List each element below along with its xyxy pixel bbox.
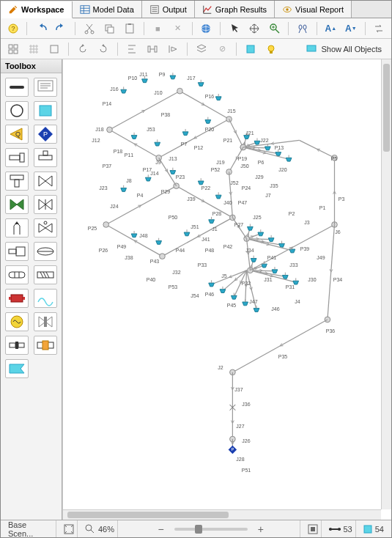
svg-rect-53 [20, 153, 24, 162]
fit-button[interactable] [61, 520, 78, 537]
help-icon[interactable]: ? [5, 21, 21, 37]
diagram-label: J14 [150, 171, 158, 176]
tool-area-change2[interactable] [34, 242, 57, 261]
bulb-icon[interactable] [263, 41, 279, 57]
diagram-label: J36 [242, 402, 250, 407]
undo-button[interactable] [33, 21, 48, 37]
redo-button[interactable] [53, 21, 69, 37]
globe-icon[interactable] [199, 21, 214, 37]
diagram-label: J17 [187, 75, 195, 81]
diagram-label: P29 [161, 189, 170, 194]
copy-button[interactable] [102, 21, 117, 37]
tab-output[interactable]: Output [142, 1, 195, 18]
cut-button[interactable] [81, 21, 97, 37]
svg-rect-52 [10, 155, 20, 160]
diagram-label: P37 [103, 163, 111, 169]
tool-assigned-pressure[interactable]: P [34, 125, 57, 144]
workspace-canvas[interactable]: P J11J16P10P9J17P14J10P16J15J18P11J9P7P2… [63, 59, 381, 509]
toolbar-layout: ⊘ Show All Objects [1, 39, 391, 59]
diagram-label: J23 [99, 185, 107, 191]
tool-dead-end[interactable] [5, 359, 29, 378]
paste-button[interactable] [122, 21, 137, 37]
tool-bend[interactable] [5, 265, 29, 284]
tool-control-valve[interactable] [34, 218, 57, 237]
tool-spray[interactable] [5, 336, 29, 355]
diagram-label: P42 [223, 244, 232, 249]
tool-heat-exchanger[interactable] [5, 312, 29, 331]
svg-rect-34 [14, 50, 18, 54]
align-icon[interactable] [124, 41, 140, 57]
tool-separator[interactable] [34, 336, 57, 355]
font-decrease-icon[interactable]: A▼ [343, 21, 358, 37]
svg-rect-54 [39, 155, 52, 160]
diagram-label: P4 [137, 193, 144, 198]
tab-label: Workspace [21, 5, 64, 14]
svg-point-179 [86, 525, 92, 531]
tab-visual-report[interactable]: Visual Report [275, 1, 352, 18]
highlight-icon[interactable] [243, 41, 259, 57]
tool-annotation[interactable] [34, 78, 57, 97]
zoom-slider[interactable] [174, 528, 248, 531]
tool-screen[interactable] [34, 265, 57, 284]
diagram-label: J15 [227, 108, 235, 114]
layers-icon[interactable] [193, 41, 210, 57]
tool-compressor[interactable] [34, 289, 57, 308]
tool-pipe[interactable] [5, 78, 29, 97]
extent-button[interactable] [305, 520, 322, 537]
diagram-label: J41 [201, 237, 210, 242]
vertical-scrollbar[interactable] [381, 59, 391, 509]
tool-relief-valve[interactable] [5, 218, 29, 237]
diagram-label: P19 [238, 156, 247, 161]
find-icon[interactable] [295, 21, 310, 37]
svg-point-126 [160, 254, 166, 259]
tab-workspace[interactable]: Workspace [1, 1, 73, 18]
scenario-cell[interactable]: Base Scen... [5, 520, 56, 537]
font-increase-icon[interactable]: A▲ [323, 21, 339, 37]
snap-icon[interactable] [46, 41, 62, 57]
tab-graph-results[interactable]: Graph Results [195, 1, 275, 18]
flip-icon[interactable] [165, 41, 181, 57]
tool-tee-alt[interactable] [5, 172, 29, 191]
tool-check-valve[interactable] [5, 195, 29, 214]
close-button[interactable]: ✕ [170, 21, 185, 37]
lock-icon[interactable]: ⊘ [214, 41, 230, 57]
grid-icon[interactable] [5, 41, 21, 57]
tool-assigned-flow[interactable]: Q [5, 125, 29, 144]
diagram-label: P5 [331, 156, 338, 161]
svg-rect-18 [126, 24, 133, 33]
delete-button[interactable]: ■ [150, 21, 166, 37]
tool-branch[interactable] [5, 148, 29, 167]
toggle-grid-icon[interactable] [26, 41, 42, 57]
diagram-label: J52 [230, 180, 238, 185]
svg-rect-70 [23, 297, 25, 300]
tool-tee[interactable] [34, 148, 57, 167]
distribute-icon[interactable] [144, 41, 160, 57]
tool-area-change[interactable] [5, 242, 29, 261]
pointer-icon[interactable] [226, 21, 242, 37]
diagram-label: P43 [150, 259, 159, 264]
rotate-left-icon[interactable] [75, 41, 91, 57]
swap-icon[interactable] [371, 21, 387, 37]
tool-reservoir-rect[interactable] [34, 101, 57, 120]
svg-text:Q: Q [15, 130, 21, 138]
diagram-label: P47 [238, 200, 247, 205]
tool-valve2[interactable] [34, 195, 57, 214]
horizontal-scrollbar[interactable] [63, 509, 381, 520]
tab-model-data[interactable]: Model Data [73, 1, 142, 18]
svg-rect-75 [18, 343, 24, 347]
chart-icon [202, 4, 212, 15]
rotate-right-icon[interactable] [95, 41, 111, 57]
zoom-out-button[interactable]: − [155, 523, 167, 535]
diagram-label: J10 [154, 90, 162, 95]
tool-orifice[interactable] [34, 312, 57, 331]
zoom-in-button[interactable]: + [255, 523, 267, 535]
zoom-in-icon[interactable] [267, 21, 282, 37]
tool-valve[interactable] [34, 172, 57, 191]
pan-icon[interactable] [246, 21, 262, 37]
svg-rect-77 [42, 341, 48, 350]
diagram-label: P52 [211, 167, 220, 172]
tool-pump[interactable] [5, 289, 29, 308]
svg-point-11 [286, 8, 289, 11]
show-all-objects-button[interactable]: Show All Objects [300, 41, 387, 57]
tool-reservoir-circle[interactable] [5, 101, 29, 120]
